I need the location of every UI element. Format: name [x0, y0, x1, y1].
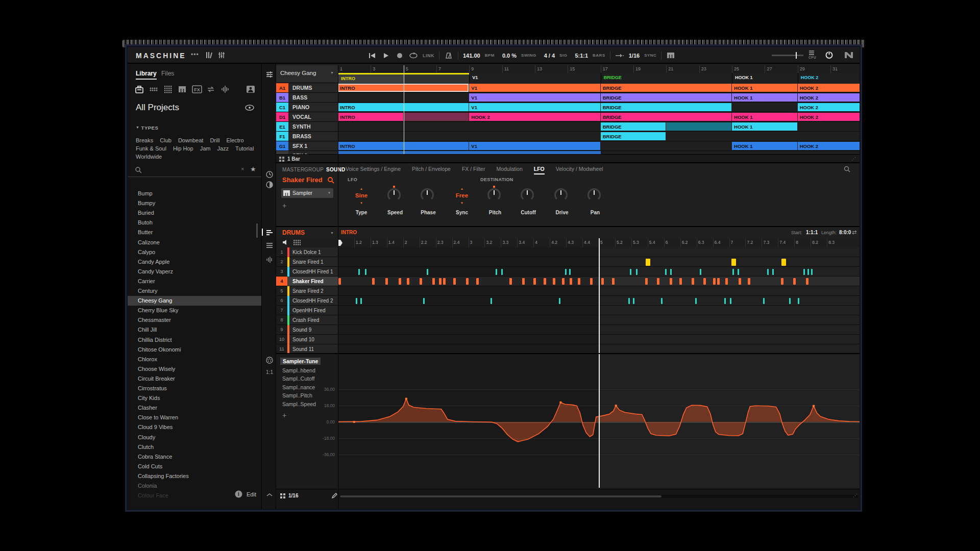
knob-dial[interactable] — [387, 188, 401, 202]
step-event[interactable] — [646, 259, 650, 266]
sound-slot-number[interactable]: 9 — [276, 325, 287, 335]
sound-slot-name[interactable]: Snare Fired 2 — [289, 286, 338, 296]
library-scrollbar[interactable] — [256, 223, 258, 238]
arranger-timeline[interactable]: 135791113151719212325272931 — [338, 65, 860, 73]
arranger-clip[interactable]: HOOK 2 — [469, 113, 600, 121]
pattern-start-value[interactable]: 1:1:1 — [806, 230, 818, 235]
arranger-clip[interactable]: HOOK 1 — [732, 122, 797, 131]
group-badge[interactable]: B1 — [276, 93, 288, 103]
step-event[interactable] — [432, 278, 435, 285]
loop-icon[interactable] — [409, 51, 418, 60]
chevron-down-icon[interactable]: ▼ — [330, 231, 334, 235]
step-event[interactable] — [739, 278, 741, 285]
step-event[interactable] — [724, 298, 726, 304]
step-event[interactable] — [553, 278, 555, 285]
sample-editor-icon[interactable] — [262, 255, 277, 264]
step-grid-value[interactable]: 1/16 — [288, 493, 298, 498]
step-event[interactable] — [670, 269, 672, 275]
group-badge[interactable]: D1 — [276, 112, 288, 122]
project-list-item[interactable]: Cobra Stance — [128, 452, 261, 462]
pattern-start-flag[interactable] — [338, 240, 342, 246]
project-list-item[interactable]: Chillia District — [128, 335, 261, 345]
automation-lane[interactable] — [338, 354, 860, 488]
step-event[interactable] — [700, 269, 701, 275]
knob-speed[interactable]: Speed — [379, 186, 411, 220]
pattern-view-icon[interactable] — [262, 228, 277, 237]
knob-phase[interactable]: Phase — [412, 186, 445, 220]
step-event[interactable] — [496, 269, 497, 275]
sound-slot-number[interactable]: 5 — [276, 286, 287, 296]
step-event[interactable] — [657, 278, 659, 285]
macro-half-circle-icon[interactable] — [262, 180, 277, 189]
pattern-name[interactable]: INTRO — [341, 230, 357, 235]
step-event[interactable] — [811, 269, 813, 275]
step-event[interactable] — [803, 269, 805, 275]
step-event[interactable] — [360, 298, 362, 304]
collapse-chevron-icon[interactable] — [262, 490, 277, 499]
sound-slot-name[interactable]: Crash Fired — [289, 315, 338, 325]
automation-node[interactable] — [405, 398, 407, 400]
arranger-clip[interactable]: BRIDGE — [601, 113, 731, 121]
project-list-item[interactable]: Bumpy — [128, 198, 261, 208]
project-list-item[interactable]: Cold Cuts — [128, 462, 261, 471]
pattern-playhead[interactable] — [599, 238, 600, 354]
step-event[interactable] — [338, 278, 341, 285]
step-event[interactable] — [501, 269, 503, 275]
project-list-item[interactable]: Clasher — [128, 403, 261, 413]
step-event[interactable] — [661, 298, 663, 304]
arranger-clip[interactable]: HOOK 1 — [732, 113, 797, 121]
power-icon[interactable] — [825, 51, 834, 59]
arranger-clip[interactable]: HOOK 2 — [798, 103, 860, 111]
group-name[interactable]: VOCAL — [288, 112, 338, 122]
step-event[interactable] — [695, 298, 697, 304]
step-event[interactable] — [522, 278, 525, 285]
record-icon[interactable] — [395, 51, 404, 60]
master-volume-slider[interactable] — [772, 55, 803, 56]
step-event[interactable] — [509, 278, 512, 285]
step-event[interactable] — [713, 278, 716, 285]
automation-node[interactable] — [353, 421, 355, 423]
pattern-retime-icon[interactable]: ⇄ — [852, 229, 856, 236]
step-event[interactable] — [372, 278, 375, 285]
project-selector[interactable]: Cheesy Gang▼ — [276, 65, 338, 83]
automation-clock-icon[interactable] — [262, 170, 277, 179]
step-event[interactable] — [730, 298, 731, 304]
plugin-tab-voice[interactable]: Voice Settings / Engine — [346, 166, 401, 172]
sound-slot-number[interactable]: 3 — [276, 267, 287, 277]
speaker-icon[interactable] — [282, 239, 289, 245]
sound-slot-number[interactable]: 2 — [276, 257, 287, 267]
step-event[interactable] — [645, 278, 648, 285]
metronome-icon[interactable] — [444, 51, 453, 60]
arranger-clip[interactable]: BRIDGE — [601, 122, 666, 131]
arranger-clip[interactable]: V1 — [469, 93, 600, 102]
step-event[interactable] — [427, 269, 428, 275]
knob-drive[interactable]: Drive — [546, 186, 578, 220]
step-event[interactable] — [562, 278, 565, 285]
knob-pan[interactable]: Pan — [579, 186, 611, 220]
step-event[interactable] — [533, 278, 536, 285]
project-list-item[interactable]: Calypo — [128, 247, 261, 257]
group-name[interactable]: BASS — [288, 93, 338, 103]
step-event[interactable] — [544, 278, 546, 285]
pattern-length-value[interactable]: 8:0:0 — [839, 230, 851, 235]
swing-value[interactable]: 0.0 % — [502, 53, 517, 59]
sound-slot-number[interactable]: 7 — [276, 306, 287, 315]
step-event[interactable] — [633, 298, 634, 304]
arranger-clip[interactable]: HOOK 2 — [798, 93, 860, 102]
step-event[interactable] — [717, 278, 720, 285]
step-event[interactable] — [466, 278, 469, 285]
automation-playhead[interactable] — [599, 354, 600, 488]
sound-slot-name[interactable]: Snare Fired 1 — [289, 257, 338, 267]
browser-toggle-icon[interactable] — [205, 51, 213, 59]
step-event[interactable] — [793, 278, 796, 285]
step-event[interactable] — [807, 269, 809, 275]
arranger-clip[interactable]: BRIDGE — [601, 132, 666, 140]
project-list-item[interactable]: Cheesy Gang — [128, 296, 261, 306]
section-bridge[interactable]: BRIDGE — [601, 73, 732, 83]
step-event[interactable] — [725, 278, 728, 285]
automation-param-selected[interactable]: Sampler-Tune — [280, 358, 321, 365]
follow-playhead-icon[interactable] — [615, 51, 624, 60]
sound-slot-number[interactable]: 10 — [276, 335, 287, 344]
info-icon[interactable]: i — [235, 490, 242, 498]
step-event[interactable] — [781, 259, 786, 266]
